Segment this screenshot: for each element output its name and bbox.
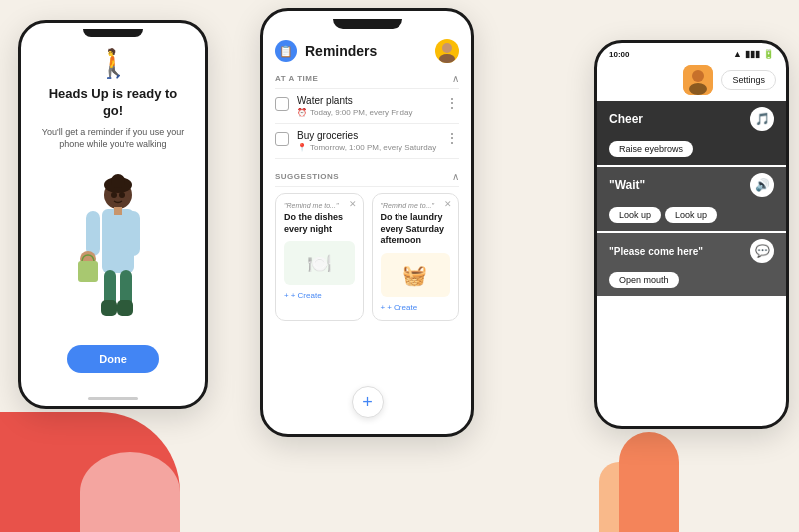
- phone3-user-avatar: [683, 65, 713, 95]
- svg-point-2: [111, 174, 125, 188]
- section-suggestions-label: SUGGESTIONS: [275, 172, 339, 181]
- svg-point-19: [689, 83, 707, 95]
- user-avatar: [435, 39, 459, 63]
- phone2-reminders: 📋 Reminders AT A TIME ∧ Water plants ⏰ T…: [260, 8, 474, 437]
- svg-point-18: [692, 70, 704, 82]
- more-icon-2[interactable]: ⋮: [445, 130, 459, 146]
- phone3-time: 10:00: [609, 50, 629, 59]
- phone3-header: Settings: [597, 63, 786, 101]
- phone1-notch: [83, 29, 143, 37]
- action-tags-please: Open mouth: [597, 268, 786, 296]
- fab-button[interactable]: +: [352, 386, 384, 418]
- svg-point-9: [111, 192, 117, 198]
- close-suggestion-2[interactable]: ✕: [444, 199, 452, 209]
- reminder-title-1: Water plants: [297, 95, 445, 106]
- suggestion-card-2: ✕ "Remind me to..." Do the laundry every…: [372, 193, 460, 321]
- phone3-status-icons: ▲ ▮▮▮ 🔋: [733, 49, 774, 59]
- action-icon-cheer[interactable]: 🎵: [750, 107, 774, 131]
- action-group-please: "Please come here" 💬 Open mouth: [597, 233, 786, 296]
- phone1-home-bar: [88, 397, 138, 400]
- reminders-title: Reminders: [305, 43, 435, 59]
- phone1-title: Heads Up is ready to go!: [37, 86, 189, 120]
- bg-decoration-orange: [619, 432, 679, 532]
- action-header-wait: "Wait" 🔊: [597, 167, 786, 203]
- create-plus-icon: +: [284, 291, 289, 300]
- action-label-cheer: Cheer: [609, 112, 643, 126]
- reminder-checkbox-1[interactable]: [275, 97, 289, 111]
- reminder-sub-2: 📍 Tomorrow, 1:00 PM, every Saturday: [297, 143, 445, 152]
- person-illustration: [68, 173, 158, 332]
- suggestion-text-1: Do the dishes every night: [284, 212, 355, 235]
- section-at-time: AT A TIME ∧: [263, 69, 471, 88]
- section-suggestions: SUGGESTIONS ∧: [263, 167, 471, 186]
- phone1-illustration: [68, 161, 158, 345]
- action-header-please: "Please come here" 💬: [597, 233, 786, 268]
- tag-open-mouth[interactable]: Open mouth: [609, 272, 679, 288]
- suggestions-area: ✕ "Remind me to..." Do the dishes every …: [263, 187, 471, 327]
- reminder-text-1: Water plants ⏰ Today, 9:00 PM, every Fri…: [297, 95, 445, 117]
- reminders-app-icon: 📋: [275, 40, 297, 62]
- reminder-item-1: Water plants ⏰ Today, 9:00 PM, every Fri…: [263, 89, 471, 123]
- phone3-actions: 10:00 ▲ ▮▮▮ 🔋 Settings Cheer 🎵 Raise eye…: [594, 40, 789, 429]
- reminder-item-2: Buy groceries 📍 Tomorrow, 1:00 PM, every…: [263, 124, 471, 158]
- action-label-please: "Please come here": [609, 246, 703, 257]
- phone3-actions-scroll: Cheer 🎵 Raise eyebrows "Wait" 🔊 Look up …: [597, 101, 786, 426]
- section-chevron: ∧: [452, 73, 459, 84]
- tag-look-up-2[interactable]: Look up: [665, 207, 717, 223]
- bg-decoration-pink: [80, 452, 180, 532]
- action-group-cheer: Cheer 🎵 Raise eyebrows: [597, 101, 786, 165]
- suggestions-chevron: ∧: [452, 171, 459, 182]
- suggestions-row: ✕ "Remind me to..." Do the dishes every …: [275, 193, 459, 321]
- create-btn-1[interactable]: + + Create: [284, 291, 355, 300]
- phone2-header: 📋 Reminders: [263, 29, 471, 69]
- wifi-icon: ▲: [733, 49, 742, 59]
- phone3-status-bar: 10:00 ▲ ▮▮▮ 🔋: [597, 43, 786, 63]
- section-at-time-label: AT A TIME: [275, 74, 318, 83]
- phone1-content: 🚶 Heads Up is ready to go! You'll get a …: [21, 37, 205, 397]
- close-suggestion-1[interactable]: ✕: [349, 199, 357, 209]
- suggestion-card-1: ✕ "Remind me to..." Do the dishes every …: [275, 193, 364, 321]
- svg-rect-6: [126, 211, 140, 256]
- reminder-text-2: Buy groceries 📍 Tomorrow, 1:00 PM, every…: [297, 130, 445, 152]
- svg-rect-5: [86, 211, 100, 256]
- svg-rect-14: [117, 300, 133, 316]
- tag-raise-eyebrows[interactable]: Raise eyebrows: [609, 141, 693, 157]
- tag-look-up-1[interactable]: Look up: [609, 207, 661, 223]
- action-tags-wait: Look up Look up: [597, 203, 786, 231]
- settings-button[interactable]: Settings: [721, 70, 776, 90]
- action-header-cheer: Cheer 🎵: [597, 101, 786, 137]
- action-icon-wait[interactable]: 🔊: [750, 173, 774, 197]
- reminder-sub-1: ⏰ Today, 9:00 PM, every Friday: [297, 108, 445, 117]
- suggestion-text-2: Do the laundry every Saturday afternoon: [381, 212, 451, 247]
- battery-icon: 🔋: [763, 49, 774, 59]
- create-plus-icon-2: +: [381, 303, 386, 312]
- svg-point-10: [119, 192, 125, 198]
- location-icon: ⏰: [297, 108, 307, 117]
- action-label-wait: "Wait": [609, 178, 645, 192]
- reminder-checkbox-2[interactable]: [275, 132, 289, 146]
- create-btn-2[interactable]: + + Create: [381, 303, 451, 312]
- suggestion-label-2: "Remind me to...": [381, 202, 451, 209]
- action-group-wait: "Wait" 🔊 Look up Look up: [597, 167, 786, 231]
- svg-point-16: [439, 54, 455, 63]
- done-button[interactable]: Done: [67, 345, 159, 373]
- svg-point-15: [442, 43, 452, 53]
- suggestion-img-2: 🧺: [381, 253, 451, 297]
- more-icon-1[interactable]: ⋮: [445, 95, 459, 111]
- phone2-notch: [333, 19, 402, 29]
- action-icon-please[interactable]: 💬: [750, 239, 774, 263]
- phone1-headsup: 🚶 Heads Up is ready to go! You'll get a …: [18, 20, 208, 409]
- svg-rect-13: [101, 300, 117, 316]
- suggestion-label-1: "Remind me to...": [284, 202, 355, 209]
- svg-rect-4: [114, 207, 122, 215]
- action-tags-cheer: Raise eyebrows: [597, 137, 786, 165]
- signal-icon: ▮▮▮: [745, 49, 760, 59]
- location-icon-2: 📍: [297, 143, 307, 152]
- suggestion-img-1: 🍽️: [284, 241, 355, 285]
- walker-icon: 🚶: [96, 47, 131, 80]
- reminder-title-2: Buy groceries: [297, 130, 445, 141]
- phone1-subtitle: You'll get a reminder if you use your ph…: [37, 126, 189, 151]
- svg-rect-8: [78, 261, 98, 282]
